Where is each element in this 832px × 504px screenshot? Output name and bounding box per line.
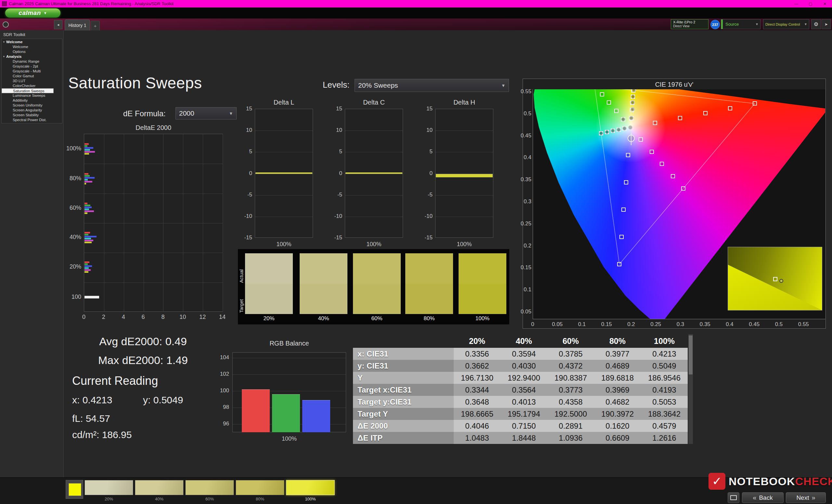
screen-button[interactable]	[728, 492, 739, 503]
gridline	[84, 194, 223, 194]
cie-target-square	[660, 162, 664, 166]
swatch-actual	[245, 253, 293, 284]
delta-y-tick: -15	[236, 234, 252, 241]
close-button[interactable]: ✕	[818, 0, 832, 7]
sidebar-item-screen-uniformity[interactable]: Screen Uniformity	[2, 103, 62, 108]
cie-x-tick: 0.55	[794, 321, 813, 328]
cie-target-square	[614, 109, 619, 113]
gridline	[84, 253, 223, 253]
sidebar-item-label: Options	[13, 50, 26, 54]
table-value-cell: 1.0936	[547, 432, 594, 444]
filmstrip-thumb-20[interactable]	[84, 480, 133, 495]
sidebar-item-grayscale-2pt[interactable]: Grayscale - 2pt	[2, 64, 62, 69]
delta-bar	[256, 172, 312, 174]
sidebar-item-welcome[interactable]: Welcome	[2, 45, 62, 49]
deltae-bar	[84, 236, 97, 237]
source-selector[interactable]: Source ▼	[721, 19, 760, 29]
sidebar-item-3d-lut[interactable]: 3D LUT	[2, 79, 62, 83]
sidebar-item-colorchecker[interactable]: ColorChecker	[2, 83, 62, 88]
table-header-cell: 80%	[594, 334, 641, 348]
table-value-cell: 0.4013	[500, 396, 547, 408]
cie-title: CIE 1976 u'v'	[523, 81, 826, 88]
sidebar-item-saturation-sweeps[interactable]: Saturation Sweeps	[2, 88, 54, 93]
sidebar-title: SDR Toolkit	[0, 30, 63, 38]
deltae-bar	[84, 181, 92, 183]
sidebar-item-label: Saturation Sweeps	[13, 89, 45, 93]
table-value-cell: 0.4682	[594, 396, 641, 408]
table-value-cell: 0.6609	[594, 432, 641, 444]
sidebar-item-label: Spectral Power Dist.	[13, 118, 47, 122]
sidebar-item-analysis[interactable]: ▼Analysis	[2, 54, 62, 59]
sidebar-item-dynamic-range[interactable]: Dynamic Range	[2, 59, 62, 64]
delta-y-tick: -10	[416, 213, 433, 220]
table-value-cell: 0.4193	[641, 384, 688, 396]
calman-logo: calman	[19, 9, 41, 17]
settings-button[interactable]: ⚙	[811, 19, 821, 29]
table-value-cell: 196.7130	[454, 372, 500, 384]
cie-target-square	[728, 106, 732, 110]
back-button[interactable]: « Back	[742, 492, 784, 503]
sidebar-item-screen-angularity[interactable]: Screen Angularity	[2, 108, 62, 113]
cie-target-square	[753, 101, 757, 106]
max-de2000: Max dE2000: 1.49	[72, 354, 214, 367]
inset-target-square	[773, 277, 777, 281]
deltae-bar	[84, 296, 99, 299]
new-tab-button[interactable]: +	[91, 21, 100, 30]
filmstrip-color-tile[interactable]	[66, 480, 83, 499]
table-value-cell: 1.8448	[500, 432, 547, 444]
minimize-button[interactable]: —	[789, 0, 803, 7]
current-x: x: 0.4213	[72, 395, 112, 405]
filmstrip-thumb-100[interactable]	[286, 480, 335, 495]
tree-expand-icon[interactable]: ▼	[3, 39, 5, 45]
levels-dropdown[interactable]: 20% Sweeps ▼	[355, 79, 509, 92]
sidebar-item-options[interactable]: Options	[2, 49, 62, 54]
next-button[interactable]: Next »	[786, 492, 826, 503]
watermark-check: CHECK	[795, 475, 832, 487]
sidebar-item-label: Screen Uniformity	[13, 103, 42, 107]
gridline	[255, 217, 313, 217]
gridline	[436, 217, 493, 217]
deltae-x-tick: 0	[77, 314, 90, 320]
cie-measured-circle	[630, 100, 635, 105]
swatch-80	[405, 253, 453, 314]
filmstrip-thumb-80[interactable]	[236, 480, 284, 495]
calman-menu-button[interactable]: calman ▼	[5, 8, 60, 18]
filmstrip-thumb-label: 20%	[84, 497, 133, 501]
gridline	[255, 195, 313, 196]
tab-history-1[interactable]: History 1	[65, 20, 90, 30]
sidebar-item-welcome[interactable]: ▼Welcome	[2, 39, 62, 45]
sidebar-item-color-gamut[interactable]: Color Gamut	[2, 74, 62, 79]
sidebar-item-screen-stability[interactable]: Screen Stability	[2, 113, 62, 117]
display-control-selector[interactable]: Direct Display Control ▼	[763, 19, 809, 29]
rgb-balance-chart	[232, 352, 346, 432]
sidebar-item-label: Dynamic Range	[13, 59, 39, 63]
advance-button[interactable]: ➤	[822, 19, 831, 29]
deltae-bar	[84, 145, 87, 147]
maximize-button[interactable]: ▢	[803, 0, 818, 7]
filmstrip-thumb-40[interactable]	[135, 480, 184, 495]
rgb-y-tick: 104	[213, 354, 229, 361]
cie-target-square	[681, 187, 685, 191]
sidebar-item-spectral-power-dist[interactable]: Spectral Power Dist.	[2, 117, 62, 122]
scrollbar-thumb[interactable]	[689, 335, 693, 374]
tree-expand-icon[interactable]: ▼	[3, 54, 5, 59]
table-value-cell: 0.4579	[641, 420, 688, 432]
sidebar-item-grayscale-multi[interactable]: Grayscale - Multi	[2, 69, 62, 74]
collapse-sidebar-button[interactable]: ◂	[54, 20, 62, 29]
meter-selector[interactable]: X-Rite i1Pro 2 Direct View	[671, 19, 708, 29]
monitor-icon	[730, 495, 737, 500]
table-scrollbar[interactable]	[688, 334, 693, 444]
de-formula-value: 2000	[179, 109, 194, 117]
table-value-cell: 1.0483	[454, 432, 500, 444]
cie-y-tick: 0.3	[518, 198, 531, 205]
cie-x-tick: 0.05	[548, 321, 567, 328]
deltae-y-tick: 100	[58, 293, 81, 300]
rgb-bar-green	[272, 394, 300, 432]
filmstrip-thumb-60[interactable]	[185, 480, 234, 495]
de-formula-dropdown[interactable]: 2000 ▼	[176, 107, 237, 119]
delta-h-chart	[435, 109, 493, 238]
table-row: ΔE ITP1.04831.84481.09360.66091.2616	[353, 432, 688, 444]
delta-y-tick: -10	[236, 213, 252, 220]
sidebar-item-luminance-sweeps[interactable]: Luminance Sweeps	[2, 93, 62, 98]
sidebar-item-additivity[interactable]: Additivity	[2, 98, 62, 103]
